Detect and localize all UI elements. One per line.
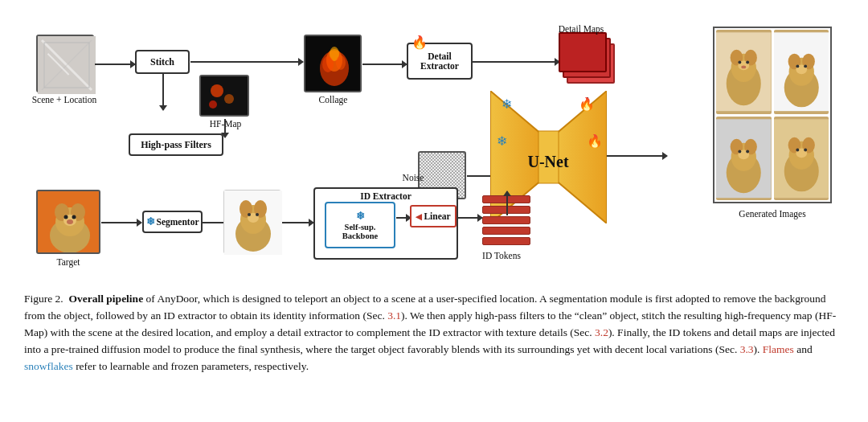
snowflakes-text: snowflakes: [24, 360, 73, 372]
scene-location-label: Scene + Location: [28, 95, 100, 104]
svg-point-27: [746, 61, 749, 64]
segmentor-box: ❄ Segmentor: [142, 211, 203, 233]
svg-point-5: [211, 84, 223, 97]
detail-maps-label: Detail Maps: [548, 24, 614, 34]
svg-point-36: [804, 64, 807, 68]
svg-point-13: [336, 55, 346, 70]
detail-maps: [559, 32, 615, 96]
id-tokens-label: ID Tokens: [473, 251, 530, 260]
svg-point-7: [209, 100, 217, 109]
svg-point-59: [64, 215, 68, 219]
arrow-backbone-to-linear: [396, 217, 411, 219]
caption-text-6: refer to learnable and frozen parameters…: [73, 360, 309, 372]
svg-point-69: [256, 213, 259, 216]
ref-3-2: 3.2: [595, 326, 608, 338]
svg-point-52: [804, 148, 807, 151]
arrow-collage-to-detail: [362, 64, 407, 65]
arrow-stitch-to-collage: [190, 61, 303, 63]
generated-image-3: [716, 117, 772, 201]
pipeline-diagram: Scene + Location Stitch HF-Map High-pass…: [24, 14, 844, 280]
caption-text-5: and: [794, 343, 813, 355]
figure-bold-label: Overall pipeline: [69, 293, 144, 305]
svg-point-26: [738, 61, 741, 64]
collage-label: Collage: [299, 95, 367, 104]
generated-image-2: [774, 30, 829, 114]
svg-point-28: [741, 65, 746, 68]
svg-point-60: [72, 215, 76, 219]
svg-point-12: [322, 56, 334, 72]
generated-image-4: [774, 117, 829, 201]
arrow-hfmap-to-highpass: [224, 119, 226, 137]
unet-snowflake-icon: ❄: [497, 133, 507, 149]
self-sup-backbone-box: ❄ Self-sup. Backbone: [325, 202, 395, 248]
arrow-stitch-to-hfmap: [162, 74, 164, 110]
id-token-line-3: [482, 216, 530, 224]
svg-text:🔥: 🔥: [579, 96, 595, 112]
id-token-line-5: [482, 237, 530, 245]
arrow-scene-to-stitch: [95, 64, 135, 65]
id-token-line-4: [482, 227, 530, 235]
flames-text: Flames: [763, 343, 794, 355]
generated-images-grid: [713, 27, 832, 203]
arrow-unet-to-generated: [607, 155, 667, 157]
svg-text:U-Net: U-Net: [527, 153, 568, 170]
linear-box: ◀ Linear: [410, 205, 457, 227]
caption-text-4: ).: [754, 343, 763, 355]
stitch-box: Stitch: [135, 50, 190, 74]
ref-3-3: 3.3: [740, 343, 754, 355]
svg-point-35: [796, 64, 799, 68]
svg-point-61: [67, 219, 73, 224]
svg-text:❄: ❄: [502, 97, 512, 111]
target-image: [36, 190, 100, 254]
generated-images-label: Generated Images: [713, 209, 832, 219]
svg-point-6: [224, 94, 234, 104]
id-extractor-title: ID Extractor: [360, 191, 411, 201]
arrow-idtokens-to-unet: [506, 191, 508, 215]
collage-image: [304, 35, 362, 92]
figure-caption: Figure 2. Overall pipeline of AnyDoor, w…: [24, 291, 844, 375]
svg-point-43: [738, 150, 741, 153]
noise-label: Noise: [389, 173, 437, 182]
svg-point-44: [746, 150, 749, 153]
detail-extractor-box: 🔥 Detail Extractor: [407, 43, 473, 80]
high-pass-filters-box: High-pass Filters: [129, 133, 223, 156]
target-label: Target: [36, 257, 100, 267]
segmented-dog-image: [223, 190, 281, 254]
arrow-target-to-segmentor: [101, 222, 141, 223]
arrow-detail-to-detailmaps: [473, 61, 559, 63]
generated-image-1: [716, 30, 772, 114]
svg-point-68: [248, 213, 251, 216]
svg-point-51: [796, 148, 799, 151]
unet-flame-icon: 🔥: [587, 133, 603, 149]
hf-map-image: [199, 75, 249, 117]
figure-number: Figure 2.: [24, 293, 63, 305]
ref-3-1: 3.1: [387, 309, 401, 322]
arrow-linear-to-idtokens: [457, 217, 482, 219]
scene-location-image: [36, 35, 94, 92]
